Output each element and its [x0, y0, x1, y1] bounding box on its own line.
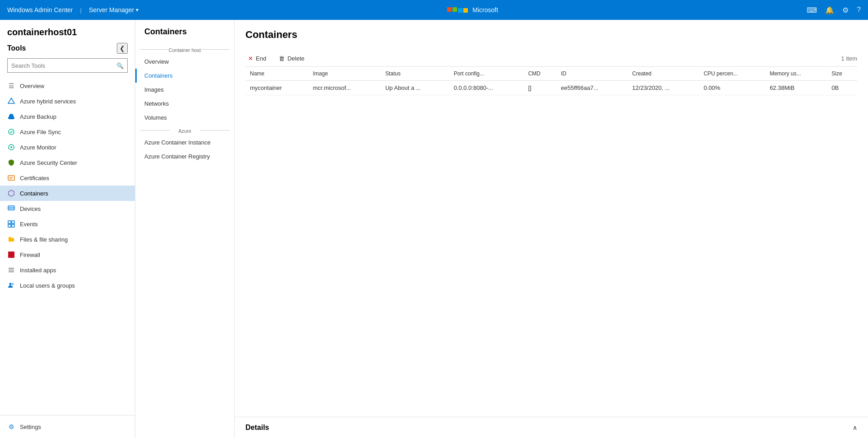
sidebar-item-containers[interactable]: Containers [0, 186, 135, 201]
end-icon: ✕ [248, 55, 253, 62]
ms-logo-blue [458, 8, 462, 13]
sub-nav-networks-label: Networks [144, 100, 169, 107]
cell-size: 0B [827, 81, 857, 95]
col-cpu-percent[interactable]: CPU percen... [699, 67, 765, 81]
azure-hybrid-icon [7, 97, 15, 105]
collapse-sidebar-button[interactable]: ❮ [117, 43, 128, 54]
sidebar-item-label: Azure Backup [20, 113, 56, 120]
sidebar-item-installed-apps[interactable]: Installed apps [0, 262, 135, 278]
cell-memory-us: 62.38MiB [765, 81, 827, 95]
content-area: Containers ✕ End 🗑 Delete 1 item Name Im… [235, 20, 868, 438]
sidebar-item-label: Installed apps [20, 267, 56, 274]
sub-nav-acr-label: Azure Container Registry [144, 153, 210, 160]
table-body: mycontainer mcr.microsof... Up About a .… [245, 81, 857, 95]
ms-logo-red [447, 7, 452, 12]
cell-created: 12/23/2020, ... [628, 81, 699, 95]
sidebar-item-label: Files & file sharing [20, 236, 68, 243]
server-manager-chevron-icon: ▾ [136, 7, 139, 13]
cell-image: mcr.microsof... [308, 81, 381, 95]
col-id[interactable]: ID [556, 67, 628, 81]
col-image[interactable]: Image [308, 67, 381, 81]
col-port-config[interactable]: Port config... [449, 67, 524, 81]
terminal-icon[interactable]: ⌨ [807, 6, 817, 14]
settings-nav-icon: ⚙ [7, 423, 15, 431]
delete-button[interactable]: 🗑 Delete [276, 53, 307, 64]
end-button[interactable]: ✕ End [245, 53, 269, 64]
toolbar: ✕ End 🗑 Delete 1 item [245, 51, 857, 67]
azure-file-sync-icon [7, 128, 15, 136]
sidebar-item-certificates[interactable]: Certificates [0, 170, 135, 186]
sub-nav-containers[interactable]: Containers [135, 69, 234, 83]
sidebar-item-label: Local users & groups [20, 282, 75, 289]
col-status[interactable]: Status [381, 67, 449, 81]
cell-id: ee55ff66aa7... [556, 81, 628, 95]
sidebar-item-overview[interactable]: ☰ Overview [0, 78, 135, 93]
sidebar-item-events[interactable]: Events [0, 216, 135, 232]
sidebar-item-azure-monitor[interactable]: Azure Monitor [0, 140, 135, 155]
col-cmd[interactable]: CMD [524, 67, 557, 81]
sidebar-item-label: Azure File Sync [20, 129, 61, 135]
page-title: Containers [245, 29, 857, 41]
details-header: Details ∧ [245, 424, 857, 432]
table-container: Name Image Status Port config... CMD ID … [235, 67, 868, 417]
search-icon[interactable]: 🔍 [116, 62, 124, 69]
microsoft-text: Microsoft [472, 6, 498, 14]
topbar-separator: | [80, 7, 82, 14]
sidebar-header: containerhost01 Tools ❮ 🔍 [0, 20, 135, 78]
svg-rect-11 [8, 221, 11, 224]
cell-name: mycontainer [245, 81, 308, 95]
details-toggle-button[interactable]: ∧ [853, 424, 857, 431]
svg-rect-13 [8, 224, 11, 227]
content-header: Containers [235, 20, 868, 51]
sidebar-item-devices[interactable]: Devices [0, 201, 135, 216]
col-size[interactable]: Size [827, 67, 857, 81]
sub-nav-volumes[interactable]: Volumes [135, 111, 234, 125]
svg-marker-7 [9, 190, 14, 196]
certificates-icon [7, 174, 15, 182]
details-title: Details [245, 424, 269, 432]
help-icon[interactable]: ? [857, 6, 861, 14]
sub-nav-images[interactable]: Images [135, 83, 234, 97]
containers-icon [7, 189, 15, 197]
sidebar-item-files[interactable]: Files & file sharing [0, 232, 135, 247]
sub-nav-azure-container-registry[interactable]: Azure Container Registry [135, 149, 234, 163]
container-host-section-label: Container host [135, 44, 234, 55]
sidebar-item-azure-hybrid[interactable]: Azure hybrid services [0, 93, 135, 109]
sidebar-item-firewall[interactable]: Firewall [0, 247, 135, 262]
col-memory-us[interactable]: Memory us... [765, 67, 827, 81]
sidebar-item-label: Firewall [20, 252, 40, 258]
svg-rect-4 [8, 176, 14, 180]
sidebar-item-azure-security[interactable]: Azure Security Center [0, 155, 135, 170]
svg-point-20 [12, 283, 14, 285]
server-manager-label[interactable]: Server Manager ▾ [89, 6, 139, 14]
settings-gear-icon[interactable]: ⚙ [842, 6, 849, 14]
cell-status: Up About a ... [381, 81, 449, 95]
sidebar-item-label: Containers [20, 190, 48, 197]
sub-nav-azure-container-instance[interactable]: Azure Container Instance [135, 135, 234, 149]
svg-point-3 [10, 146, 12, 148]
col-name[interactable]: Name [245, 67, 308, 81]
table-header: Name Image Status Port config... CMD ID … [245, 67, 857, 81]
azure-backup-icon [7, 112, 15, 121]
sub-nav-containers-label: Containers [144, 72, 173, 79]
delete-label: Delete [287, 55, 305, 62]
files-icon [7, 235, 15, 243]
azure-security-icon [7, 158, 15, 167]
svg-rect-9 [9, 207, 11, 209]
ms-logo-green [452, 7, 457, 12]
sub-nav-overview[interactable]: Overview [135, 55, 234, 69]
sidebar-bottom: ⚙ Settings [0, 415, 135, 438]
hostname: containerhost01 [7, 27, 128, 37]
sub-nav-networks[interactable]: Networks [135, 97, 234, 111]
col-created[interactable]: Created [628, 67, 699, 81]
search-tools-input[interactable] [11, 62, 116, 69]
topbar-left: Windows Admin Center | Server Manager ▾ [7, 6, 139, 14]
delete-icon: 🗑 [279, 55, 285, 62]
table-row[interactable]: mycontainer mcr.microsof... Up About a .… [245, 81, 857, 95]
local-users-icon [7, 281, 15, 289]
sidebar-item-azure-file-sync[interactable]: Azure File Sync [0, 124, 135, 140]
sidebar-item-azure-backup[interactable]: Azure Backup [0, 109, 135, 124]
sidebar-item-local-users[interactable]: Local users & groups [0, 278, 135, 293]
notification-bell-icon[interactable]: 🔔 [825, 6, 834, 14]
settings-nav-item[interactable]: ⚙ Settings [7, 419, 128, 434]
